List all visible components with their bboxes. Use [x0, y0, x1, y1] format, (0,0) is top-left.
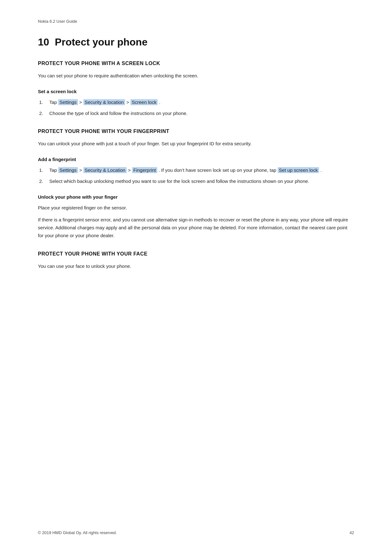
footer-copyright: © 2019 HMD Global Oy. All rights reserve… [38, 530, 117, 535]
highlight-settings: Settings [58, 99, 78, 105]
section-screen-lock: PROTECT YOUR PHONE WITH A SCREEN LOCK Yo… [38, 61, 354, 117]
page: Nokia 6.2 User Guide 10Protect your phon… [0, 0, 392, 554]
body-text-finger-2: If there is a fingerprint sensor error, … [38, 216, 354, 239]
section-fingerprint: PROTECT YOUR PHONE WITH YOUR FINGERPRINT… [38, 129, 354, 239]
subsection-heading-unlock-finger: Unlock your phone with your finger [38, 194, 354, 200]
highlight-security-location: Security & location [83, 99, 125, 105]
highlight-screen-lock: Screen lock [130, 99, 158, 105]
subsection-unlock-with-finger: Unlock your phone with your finger Place… [38, 194, 354, 240]
step-item: 2. Select which backup unlocking method … [38, 178, 354, 185]
step-text: Select which backup unlocking method you… [49, 178, 354, 185]
step-item: 2. Choose the type of lock and follow th… [38, 110, 354, 117]
step-list-fingerprint: 1. Tap Settings > Security & Location > … [38, 166, 354, 185]
document-title: Nokia 6.2 User Guide [38, 19, 77, 24]
step-list-screen-lock: 1. Tap Settings > Security & location > … [38, 99, 354, 117]
section-heading-face: PROTECT YOUR PHONE WITH YOUR FACE [38, 251, 354, 257]
subsection-set-screen-lock: Set a screen lock 1. Tap Settings > Secu… [38, 89, 354, 117]
section-intro-screen-lock: You can set your phone to require authen… [38, 72, 354, 80]
chapter-number: 10 [38, 36, 49, 48]
footer-page-number: 42 [350, 530, 354, 535]
footer: © 2019 HMD Global Oy. All rights reserve… [38, 530, 354, 535]
step-text: Tap Settings > Security & location > Scr… [49, 99, 354, 106]
step-text: Tap Settings > Security & Location > Fin… [49, 166, 354, 174]
subsection-heading-set-screen-lock: Set a screen lock [38, 89, 354, 94]
highlight-fingerprint: Fingerprint [132, 167, 157, 173]
header-meta: Nokia 6.2 User Guide [38, 19, 354, 24]
section-heading-fingerprint: PROTECT YOUR PHONE WITH YOUR FINGERPRINT [38, 129, 354, 134]
step-number: 1. [39, 99, 49, 106]
chapter-title-text: Protect your phone [55, 36, 148, 48]
highlight-settings-fp: Settings [58, 167, 78, 173]
body-text-finger-1: Place your registered finger on the sens… [38, 204, 354, 212]
section-heading-screen-lock: PROTECT YOUR PHONE WITH A SCREEN LOCK [38, 61, 354, 66]
highlight-security-location-fp: Security & Location [83, 167, 127, 173]
step-number: 2. [39, 110, 49, 117]
chapter-title: 10Protect your phone [38, 36, 354, 48]
step-text: Choose the type of lock and follow the i… [49, 110, 354, 117]
subsection-add-fingerprint: Add a fingerprint 1. Tap Settings > Secu… [38, 157, 354, 185]
highlight-set-up-screen-lock: Set up screen lock [278, 167, 319, 173]
step-number: 1. [39, 166, 49, 174]
step-item: 1. Tap Settings > Security & Location > … [38, 166, 354, 174]
section-face: PROTECT YOUR PHONE WITH YOUR FACE You ca… [38, 251, 354, 270]
section-intro-face: You can use your face to unlock your pho… [38, 262, 354, 270]
subsection-heading-add-fingerprint: Add a fingerprint [38, 157, 354, 162]
section-intro-fingerprint: You can unlock your phone with just a to… [38, 140, 354, 148]
step-number: 2. [39, 178, 49, 185]
step-item: 1. Tap Settings > Security & location > … [38, 99, 354, 106]
